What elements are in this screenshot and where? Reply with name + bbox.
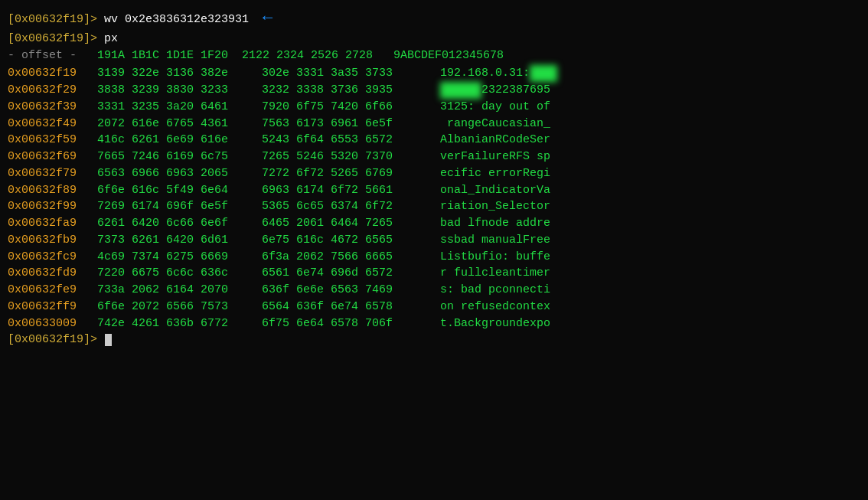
final-prompt: [0x00632f19]>: [8, 332, 104, 348]
cursor: [105, 334, 112, 346]
table-row: 0x00632f79 6563 6966 6963 2065 7272 6f72…: [8, 165, 860, 182]
table-row: 0x00632fd9 7220 6675 6c6c 636c 6561 6e74…: [8, 265, 860, 282]
header-cols: 191A 1B1C 1D1E 1F20 2122 2324 2526 2728 …: [90, 47, 504, 64]
header-offset: - offset -: [8, 47, 90, 64]
prompt-2: [0x00632f19]>: [8, 31, 104, 47]
cmd-2: px: [104, 31, 118, 47]
final-prompt-line[interactable]: [0x00632f19]>: [8, 332, 860, 348]
table-row: 0x00632f89 6f6e 616c 5f49 6e64 6963 6174…: [8, 182, 860, 199]
command-line-2: [0x00632f19]> px: [8, 31, 860, 47]
command-line-1: [0x00632f19]> wv 0x2e3836312e323931 ←: [8, 6, 860, 31]
table-row: 0x00632f29 3838 3239 3830 3233 3232 3338…: [8, 82, 860, 99]
table-row: 0x00632ff9 6f6e 2072 6566 7573 6564 636f…: [8, 299, 860, 315]
table-row: 0x00632f39 3331 3235 3a20 6461 7920 6f75…: [8, 99, 860, 116]
arrow-icon: ←: [263, 6, 272, 31]
table-row: 0x00632f19 3139 322e 3136 382e 302e 3331…: [8, 65, 860, 82]
hex-table: 0x00632f19 3139 322e 3136 382e 302e 3331…: [8, 65, 860, 332]
table-row: 0x00632fb9 7373 6261 6420 6d61 6e75 616c…: [8, 232, 860, 249]
prompt-1: [0x00632f19]>: [8, 11, 104, 28]
table-row: 0x00632fa9 6261 6420 6c66 6e6f 6465 2061…: [8, 215, 860, 232]
cmd-1: wv 0x2e3836312e323931: [104, 11, 249, 28]
table-row: 0x00632f69 7665 7246 6169 6c75 7265 5246…: [8, 149, 860, 165]
table-row: 0x00632f99 7269 6174 696f 6e5f 5365 6c65…: [8, 198, 860, 215]
table-row: 0x00632f49 2072 616e 6765 4361 7563 6173…: [8, 116, 860, 132]
table-header: - offset - 191A 1B1C 1D1E 1F20 2122 2324…: [8, 47, 860, 64]
table-row: 0x00633009 742e 4261 636b 6772 6f75 6e64…: [8, 315, 860, 332]
table-row: 0x00632f59 416c 6261 6e69 616e 5243 6f64…: [8, 132, 860, 149]
table-row: 0x00632fc9 4c69 7374 6275 6669 6f3a 2062…: [8, 249, 860, 266]
table-row: 0x00632fe9 733a 2062 6164 2070 636f 6e6e…: [8, 282, 860, 299]
